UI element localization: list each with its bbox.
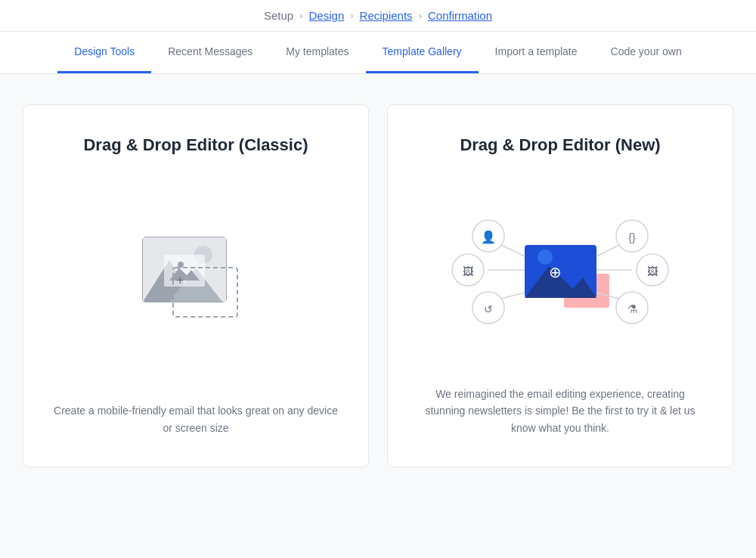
svg-point-17 <box>538 250 553 265</box>
new-editor-card[interactable]: Drag & Drop Editor (New) <box>387 104 733 467</box>
svg-text:{}: {} <box>628 231 636 243</box>
svg-text:👤: 👤 <box>481 230 496 244</box>
breadcrumb-confirmation[interactable]: Confirmation <box>428 9 492 22</box>
tab-my-templates[interactable]: My templates <box>269 32 365 73</box>
svg-text:+: + <box>176 273 184 288</box>
svg-text:⊕: ⊕ <box>549 264 562 281</box>
svg-text:⚗: ⚗ <box>627 302 637 315</box>
tab-template-gallery[interactable]: Template Gallery <box>366 32 479 73</box>
svg-line-24 <box>596 245 619 256</box>
new-card-title: Drag & Drop Editor (New) <box>460 135 660 155</box>
new-card-description: We reimagined the email editing experien… <box>418 386 702 436</box>
cards-container: Drag & Drop Editor (Classic) <box>23 104 733 467</box>
breadcrumb-setup[interactable]: Setup <box>264 9 293 22</box>
svg-text:↺: ↺ <box>484 303 493 315</box>
tab-import-template[interactable]: Import a template <box>479 32 594 73</box>
classic-card-illustration: + <box>54 178 338 380</box>
classic-editor-card[interactable]: Drag & Drop Editor (Classic) <box>23 104 369 467</box>
svg-line-31 <box>501 293 525 299</box>
svg-point-9 <box>178 262 184 268</box>
breadcrumb-recipients[interactable]: Recipients <box>360 9 413 22</box>
svg-text:🖼: 🖼 <box>647 265 658 277</box>
tab-bar: Design Tools Recent Messages My template… <box>0 32 756 74</box>
new-illustration-svg: ⊕ 👤 {} 🖼 🖼 <box>447 191 674 349</box>
breadcrumb-sep-3: › <box>419 10 422 21</box>
svg-line-21 <box>501 245 525 256</box>
classic-card-title: Drag & Drop Editor (Classic) <box>83 135 308 155</box>
breadcrumb-sep-2: › <box>350 10 353 21</box>
classic-card-description: Create a mobile-friendly email that look… <box>54 402 338 436</box>
new-card-illustration: ⊕ 👤 {} 🖼 🖼 <box>418 178 702 363</box>
tab-code-your-own[interactable]: Code your own <box>594 32 699 73</box>
svg-rect-7 <box>164 255 205 287</box>
breadcrumb-bar: Setup › Design › Recipients › Confirmati… <box>0 0 756 32</box>
classic-illustration-svg: + <box>128 226 264 332</box>
tab-design-tools[interactable]: Design Tools <box>57 32 151 73</box>
main-content: Drag & Drop Editor (Classic) <box>0 74 756 498</box>
breadcrumb-design[interactable]: Design <box>309 9 345 22</box>
breadcrumb-sep-1: › <box>299 10 302 21</box>
tab-recent-messages[interactable]: Recent Messages <box>151 32 269 73</box>
svg-text:🖼: 🖼 <box>463 265 473 277</box>
